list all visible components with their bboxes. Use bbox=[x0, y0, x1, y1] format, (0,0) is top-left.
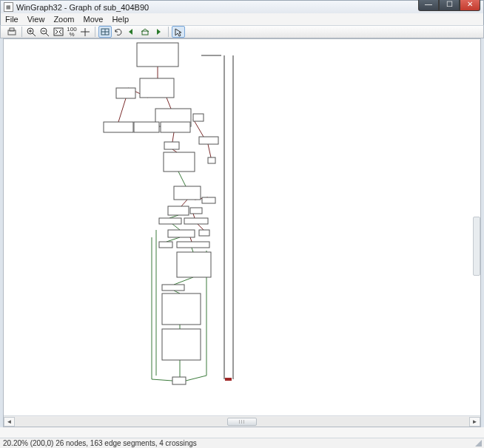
svg-rect-58 bbox=[164, 152, 195, 172]
refresh-button[interactable] bbox=[112, 26, 125, 38]
svg-rect-63 bbox=[190, 208, 202, 214]
svg-rect-48 bbox=[137, 43, 178, 67]
svg-line-23 bbox=[172, 149, 177, 152]
svg-rect-70 bbox=[177, 252, 211, 277]
toolbar-separator bbox=[21, 27, 22, 37]
svg-line-34 bbox=[192, 248, 193, 252]
print-button[interactable] bbox=[5, 26, 19, 38]
status-text: 20.20% (200,0) 26 nodes, 163 edge segmen… bbox=[3, 439, 197, 447]
resize-grip[interactable] bbox=[474, 438, 483, 447]
toolbar: 100 % bbox=[0, 25, 484, 38]
svg-line-29 bbox=[193, 214, 195, 218]
svg-line-21 bbox=[193, 119, 204, 137]
hscroll-right-arrow[interactable]: ► bbox=[469, 417, 480, 427]
svg-line-35 bbox=[174, 277, 193, 285]
svg-line-7 bbox=[46, 33, 49, 36]
svg-line-28 bbox=[169, 215, 178, 218]
zoom-out-button[interactable] bbox=[38, 26, 52, 38]
svg-rect-68 bbox=[159, 242, 172, 248]
svg-line-31 bbox=[198, 224, 204, 230]
window-titlebar[interactable]: ▦ WinGraph32 - Graph of sub_404B90 — ☐ ✕ bbox=[0, 0, 484, 13]
center-button[interactable] bbox=[78, 26, 92, 38]
svg-rect-62 bbox=[168, 206, 189, 215]
svg-rect-66 bbox=[168, 230, 195, 237]
menu-zoom[interactable]: Zoom bbox=[53, 15, 74, 24]
bottom-padding bbox=[0, 427, 484, 438]
svg-line-30 bbox=[172, 224, 180, 230]
toolbar-separator bbox=[168, 27, 169, 37]
menu-move[interactable]: Move bbox=[84, 15, 104, 24]
svg-rect-55 bbox=[161, 122, 190, 132]
close-button[interactable]: ✕ bbox=[460, 0, 480, 11]
vertical-scroll-thumb[interactable] bbox=[473, 217, 480, 276]
origin-button[interactable] bbox=[98, 26, 112, 38]
svg-rect-64 bbox=[159, 218, 181, 224]
menu-help[interactable]: Help bbox=[112, 15, 129, 24]
graph-svg bbox=[4, 39, 477, 424]
svg-rect-50 bbox=[116, 88, 135, 98]
home-button[interactable] bbox=[138, 26, 152, 38]
svg-line-43 bbox=[186, 376, 206, 381]
hscroll-thumb[interactable]: III bbox=[227, 418, 257, 426]
back-button[interactable] bbox=[125, 26, 138, 38]
forward-button[interactable] bbox=[152, 26, 165, 38]
svg-line-25 bbox=[178, 172, 186, 186]
menu-file[interactable]: File bbox=[5, 15, 19, 24]
hscroll-track[interactable]: III bbox=[15, 417, 469, 427]
svg-line-36 bbox=[174, 291, 180, 293]
hscroll-left-arrow[interactable]: ◄ bbox=[4, 417, 15, 427]
svg-line-3 bbox=[33, 33, 36, 36]
svg-rect-53 bbox=[104, 122, 133, 132]
zoom-100-button[interactable]: 100 % bbox=[65, 26, 78, 38]
svg-rect-52 bbox=[193, 114, 204, 121]
svg-rect-54 bbox=[134, 122, 159, 132]
svg-rect-71 bbox=[162, 285, 184, 291]
canvas-container: ◄ III ► bbox=[3, 38, 481, 427]
svg-rect-60 bbox=[174, 186, 201, 200]
svg-rect-74 bbox=[172, 377, 186, 384]
zoom-in-button[interactable] bbox=[25, 26, 38, 38]
svg-rect-9 bbox=[54, 28, 63, 35]
horizontal-scrollbar[interactable]: ◄ III ► bbox=[4, 415, 480, 427]
maximize-button[interactable]: ☐ bbox=[439, 0, 460, 11]
svg-line-24 bbox=[208, 144, 211, 157]
graph-canvas[interactable] bbox=[4, 39, 480, 415]
svg-rect-49 bbox=[140, 78, 174, 98]
svg-rect-67 bbox=[199, 230, 209, 236]
svg-line-22 bbox=[172, 132, 174, 142]
toolbar-separator bbox=[95, 27, 95, 37]
svg-rect-72 bbox=[162, 293, 201, 325]
svg-line-20 bbox=[118, 98, 126, 122]
menu-bar: File View Zoom Move Help bbox=[0, 13, 484, 25]
svg-line-32 bbox=[167, 237, 180, 242]
svg-rect-69 bbox=[177, 242, 209, 248]
svg-rect-15 bbox=[142, 31, 148, 35]
window-controls: — ☐ ✕ bbox=[418, 0, 480, 11]
svg-rect-57 bbox=[164, 142, 179, 149]
svg-rect-61 bbox=[202, 197, 215, 203]
svg-line-18 bbox=[167, 98, 171, 109]
fit-window-button[interactable] bbox=[52, 26, 65, 38]
window-title: WinGraph32 - Graph of sub_404B90 bbox=[16, 3, 149, 12]
svg-rect-65 bbox=[184, 218, 208, 224]
app-icon: ▦ bbox=[4, 2, 13, 12]
pointer-tool-button[interactable] bbox=[172, 26, 185, 38]
svg-rect-56 bbox=[199, 137, 218, 144]
status-bar: 20.20% (200,0) 26 nodes, 163 edge segmen… bbox=[0, 438, 484, 448]
svg-rect-59 bbox=[208, 157, 215, 163]
svg-line-33 bbox=[190, 237, 192, 242]
menu-view[interactable]: View bbox=[27, 15, 45, 24]
svg-rect-73 bbox=[162, 329, 201, 360]
svg-line-26 bbox=[181, 200, 187, 206]
minimize-button[interactable]: — bbox=[418, 0, 439, 11]
svg-line-40 bbox=[152, 379, 172, 381]
